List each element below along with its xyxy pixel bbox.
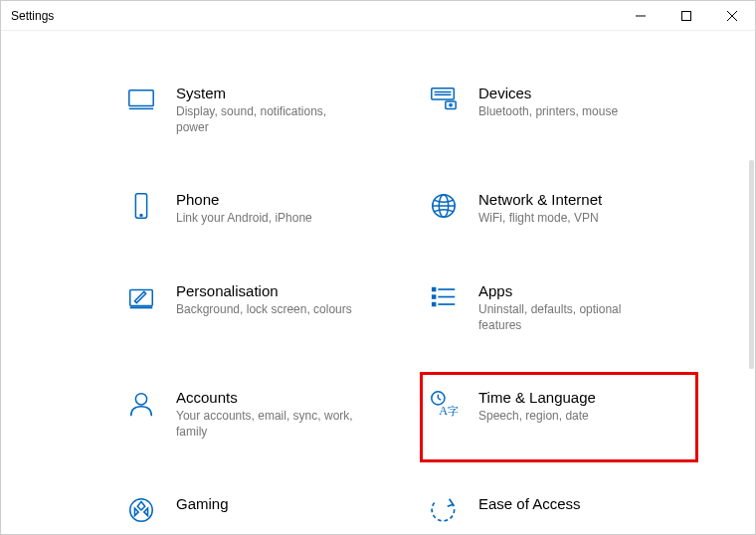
close-button[interactable] — [709, 1, 755, 30]
svg-rect-1 — [682, 11, 691, 20]
svg-rect-6 — [432, 89, 455, 99]
tile-desc: Display, sound, notifications, power — [176, 103, 355, 135]
minimize-button[interactable] — [618, 1, 663, 30]
accounts-icon — [124, 389, 158, 423]
system-icon — [124, 85, 158, 118]
settings-content: System Display, sound, notifications, po… — [1, 31, 755, 534]
tile-label: Personalisation — [176, 282, 352, 299]
tile-personalisation[interactable]: Personalisation Background, lock screen,… — [120, 278, 393, 337]
globe-icon — [427, 191, 461, 225]
svg-rect-22 — [433, 302, 436, 305]
apps-icon — [427, 282, 461, 316]
scrollbar[interactable] — [749, 160, 754, 369]
maximize-button[interactable] — [663, 1, 709, 30]
window-title: Settings — [11, 9, 54, 23]
window-controls — [618, 1, 755, 30]
svg-rect-4 — [129, 90, 153, 106]
personalisation-icon — [124, 282, 158, 316]
tile-apps[interactable]: Apps Uninstall, defaults, optional featu… — [423, 278, 695, 337]
tile-devices[interactable]: Devices Bluetooth, printers, mouse — [423, 81, 695, 139]
tile-phone[interactable]: Phone Link your Android, iPhone — [120, 187, 393, 230]
tile-label: Gaming — [176, 495, 229, 512]
titlebar: Settings — [1, 1, 755, 31]
tile-accounts[interactable]: Accounts Your accounts, email, sync, wor… — [120, 385, 393, 444]
tile-desc: Speech, region, date — [478, 408, 596, 424]
settings-grid: System Display, sound, notifications, po… — [120, 81, 695, 533]
ease-of-access-icon — [427, 495, 461, 529]
tile-label: Phone — [176, 191, 312, 208]
tile-desc: Bluetooth, printers, mouse — [478, 103, 618, 119]
devices-icon — [427, 85, 461, 118]
tile-time-language[interactable]: A 字 Time & Language Speech, region, date — [420, 372, 698, 462]
tile-desc: Your accounts, email, sync, work, family — [176, 408, 355, 440]
svg-rect-20 — [433, 295, 436, 298]
tile-system[interactable]: System Display, sound, notifications, po… — [120, 81, 393, 139]
gaming-icon — [124, 495, 158, 529]
tile-desc: Background, lock screen, colours — [176, 301, 352, 317]
svg-point-24 — [135, 394, 146, 405]
time-language-icon: A 字 — [427, 389, 461, 423]
tile-desc: WiFi, flight mode, VPN — [478, 210, 602, 226]
tile-label: System — [176, 85, 355, 101]
tile-label: Accounts — [176, 389, 355, 406]
svg-rect-9 — [446, 101, 456, 109]
svg-text:字: 字 — [448, 405, 459, 417]
svg-rect-18 — [433, 287, 436, 290]
svg-point-12 — [140, 215, 142, 217]
svg-point-10 — [450, 104, 452, 106]
tile-ease-of-access[interactable]: Ease of Access — [423, 491, 695, 533]
tile-label: Time & Language — [478, 389, 596, 406]
phone-icon — [124, 191, 158, 225]
tile-label: Ease of Access — [478, 495, 581, 512]
tile-desc: Uninstall, defaults, optional features — [478, 301, 658, 333]
tile-label: Devices — [478, 85, 618, 101]
svg-line-27 — [438, 398, 441, 400]
tile-gaming[interactable]: Gaming — [120, 491, 393, 533]
tile-label: Network & Internet — [478, 191, 602, 208]
tile-network[interactable]: Network & Internet WiFi, flight mode, VP… — [423, 187, 695, 230]
tile-desc: Link your Android, iPhone — [176, 210, 312, 226]
tile-label: Apps — [478, 282, 658, 299]
